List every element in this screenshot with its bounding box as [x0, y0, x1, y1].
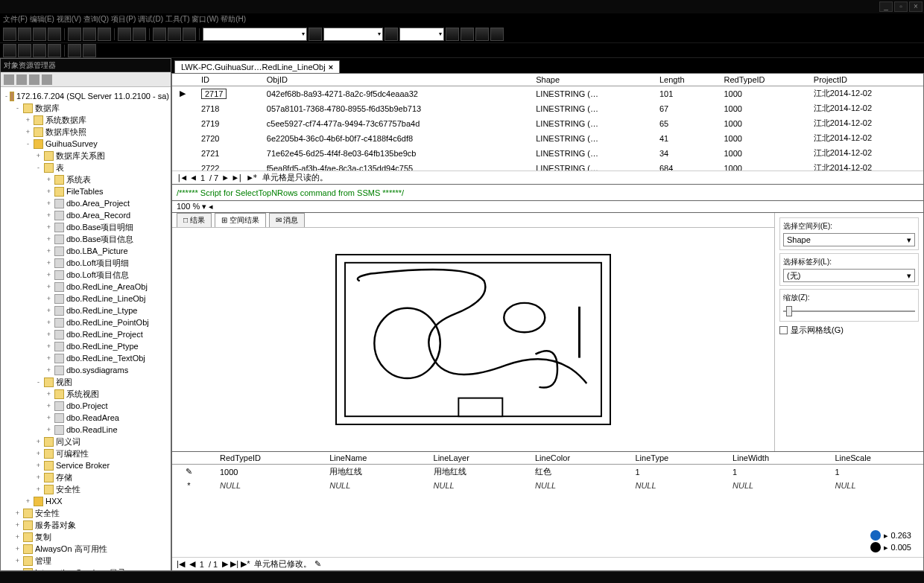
tree-twisty-icon[interactable]: +	[45, 271, 52, 278]
tree-twisty-icon[interactable]: +	[45, 223, 52, 231]
restore-button[interactable]: ▫	[894, 1, 908, 12]
cell[interactable]: 江北2014-12-02	[806, 131, 923, 146]
cell[interactable]: NULL	[522, 480, 621, 492]
tb2-btn-icon[interactable]	[83, 44, 96, 57]
spatial-canvas[interactable]	[335, 254, 611, 425]
cell[interactable]: 41	[652, 131, 717, 146]
tb-opt2-icon[interactable]	[461, 28, 474, 41]
cell[interactable]: 6e2205b4-36c0-4b6f-b0f7-c4188f4c6df8	[259, 131, 528, 146]
tree-twisty-icon[interactable]: +	[35, 485, 42, 493]
cell[interactable]: 057a8101-7368-4780-8955-f6d35b9eb713	[259, 101, 528, 116]
tree-node[interactable]: +系统视图	[2, 388, 169, 400]
cell[interactable]: 红色	[522, 465, 621, 480]
tree-twisty-icon[interactable]: +	[45, 366, 52, 374]
tb-redo-icon[interactable]	[133, 28, 146, 41]
tb2-btn-icon[interactable]	[3, 44, 16, 57]
col-header[interactable]: LineWidth	[719, 452, 821, 465]
col-header[interactable]: RedTypeID	[206, 452, 316, 465]
col-header[interactable]: ID	[194, 74, 259, 86]
tb-stop-icon[interactable]	[168, 28, 181, 41]
tree-twisty-icon[interactable]: +	[45, 331, 52, 338]
cell[interactable]: LINESTRING (…	[528, 116, 652, 131]
checkbox-icon[interactable]	[779, 326, 788, 334]
minimize-button[interactable]: _	[879, 1, 893, 12]
cell[interactable]: c5ee5927-cf74-477a-9494-73c67757ba4d	[259, 116, 528, 131]
close-button[interactable]: ×	[909, 1, 923, 12]
tb-combo-3[interactable]: ▾	[399, 28, 444, 41]
tb-open-icon[interactable]	[18, 28, 31, 41]
tab-results[interactable]: □ 结果	[177, 213, 212, 227]
tree-twisty-icon[interactable]: +	[35, 462, 42, 469]
tree-node[interactable]: +dbo.Loft项目信息	[2, 269, 169, 281]
tree-node[interactable]: +dbo.RedLine_LineObj	[2, 293, 169, 305]
tree-node[interactable]: +同义词	[2, 436, 169, 447]
tab-close-icon[interactable]: ×	[329, 63, 333, 71]
tree-twisty-icon[interactable]: +	[35, 450, 42, 457]
col-header[interactable]: LineColor	[522, 452, 621, 465]
tree-twisty-icon[interactable]: +	[45, 307, 52, 314]
tb-opt3-icon[interactable]	[475, 28, 489, 41]
sp-grid-check[interactable]: 显示网格线(G)	[779, 325, 919, 336]
cell[interactable]: NULL	[719, 480, 821, 492]
cell[interactable]: 34	[652, 146, 717, 161]
tree-twisty-icon[interactable]: -	[35, 378, 42, 386]
tree-node[interactable]: -表	[2, 162, 169, 173]
tree-node[interactable]: +Integration Services 目录	[2, 567, 169, 570]
tb-undo-icon[interactable]	[118, 28, 131, 41]
tree-twisty-icon[interactable]: +	[14, 521, 21, 529]
cell[interactable]: NULL	[621, 480, 719, 492]
cell[interactable]: NULL	[316, 480, 420, 492]
cell[interactable]: 江北2014-12-02	[806, 161, 923, 171]
tb-combo-2[interactable]: ▾	[323, 28, 383, 41]
tb-paste-icon[interactable]	[98, 28, 111, 41]
tree-node[interactable]: +FileTables	[2, 185, 169, 197]
cell[interactable]: LINESTRING (…	[528, 131, 652, 146]
menubar[interactable]: 文件(F) 编辑(E) 视图(V) 查询(Q) 项目(P) 调试(D) 工具(T…	[0, 13, 924, 25]
tree-node[interactable]: +dbo.Area_Project	[2, 197, 169, 209]
tree-twisty-icon[interactable]: +	[14, 557, 21, 564]
tree-node[interactable]: +Service Broker	[2, 459, 169, 471]
cell[interactable]: LINESTRING (…	[528, 146, 652, 161]
tree-server[interactable]: - 172.16.7.204 (SQL Server 11.0.2100 - s…	[2, 90, 169, 102]
tree-twisty-icon[interactable]: +	[45, 188, 52, 195]
tree-node[interactable]: +可编程性	[2, 447, 169, 459]
tb2-btn-icon[interactable]	[33, 44, 46, 57]
cell[interactable]: 2721	[194, 146, 259, 161]
tree-twisty-icon[interactable]: -	[25, 140, 31, 147]
explorer-refresh-icon[interactable]	[29, 74, 39, 85]
tree-node[interactable]: -GuihuaSurvey	[2, 138, 169, 150]
tree-node[interactable]: +HXX	[2, 495, 169, 507]
cell[interactable]: 2722	[194, 161, 259, 171]
tree-node[interactable]: +复制	[2, 531, 169, 543]
tb-exec-icon[interactable]	[153, 28, 166, 41]
tree-twisty-icon[interactable]: +	[45, 200, 52, 207]
cell[interactable]: 江北2014-12-02	[806, 116, 923, 131]
tree-twisty-icon[interactable]: +	[14, 509, 21, 517]
explorer-connect-icon[interactable]	[4, 74, 14, 85]
tb-new-icon[interactable]	[3, 28, 16, 41]
cell[interactable]: LINESTRING (…	[528, 86, 652, 101]
col-header[interactable]: Length	[652, 74, 717, 86]
tb-parse-icon[interactable]	[183, 28, 196, 41]
tb-copy-icon[interactable]	[83, 28, 96, 41]
cell[interactable]: 1000	[716, 86, 806, 101]
top-grid[interactable]: IDObjIDShapeLengthRedTypeIDProjectID ▶27…	[172, 74, 923, 171]
tree-twisty-icon[interactable]: +	[45, 414, 52, 421]
cell[interactable]: 1	[821, 465, 923, 480]
tree-twisty-icon[interactable]: +	[35, 474, 42, 481]
tree-twisty-icon[interactable]: +	[25, 116, 31, 124]
tb-save-icon[interactable]	[33, 28, 46, 41]
col-header[interactable]: LineType	[621, 452, 719, 465]
table-row[interactable]: *NULLNULLNULLNULLNULLNULLNULL	[172, 480, 923, 492]
tree-node[interactable]: +存储	[2, 471, 169, 483]
cell[interactable]: LINESTRING (…	[528, 161, 652, 171]
tb-opt4-icon[interactable]	[490, 28, 504, 41]
document-tab[interactable]: LWK-PC.GuihuaSur…RedLine_LineObj ×	[174, 60, 340, 73]
tree-twisty-icon[interactable]: +	[45, 390, 52, 398]
cell[interactable]: 67	[652, 101, 717, 116]
tree-twisty-icon[interactable]: +	[45, 354, 52, 362]
tree-node[interactable]: +系统数据库	[2, 114, 169, 126]
cell[interactable]: NULL	[206, 480, 316, 492]
cell[interactable]: 2717	[194, 86, 259, 101]
cell[interactable]: 1	[719, 465, 821, 480]
